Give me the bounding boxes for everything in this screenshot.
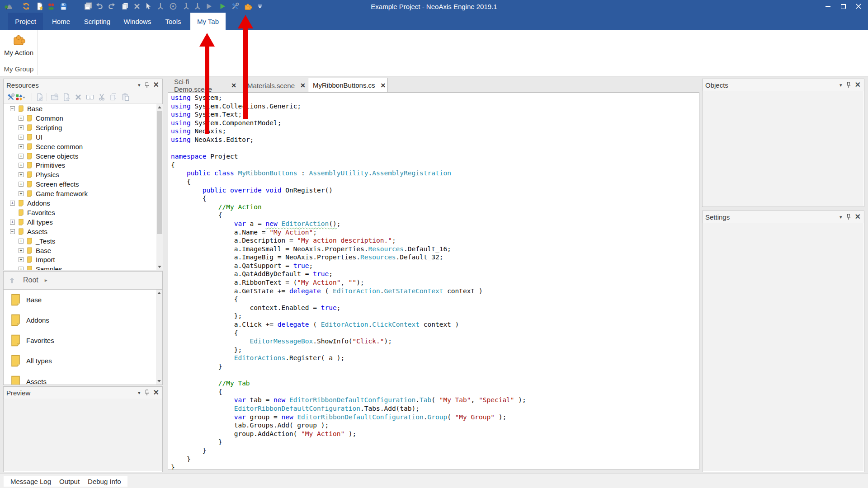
save-icon[interactable] (58, 1, 68, 11)
tree-item-screen-effects[interactable]: +Screen effects (4, 179, 156, 189)
packages-icon[interactable] (243, 1, 253, 11)
chevron-right-icon[interactable]: ▸ (45, 277, 47, 283)
tree-item-addons[interactable]: +Addons (4, 198, 156, 208)
res-delete-icon[interactable] (74, 93, 83, 102)
res-shapes-icon[interactable]: ▾ (16, 93, 25, 102)
sync-icon[interactable] (21, 1, 31, 11)
list-scrollbar[interactable] (156, 290, 162, 385)
res-edit-icon[interactable] (35, 93, 44, 102)
tree-item-all-types[interactable]: +All types (4, 217, 156, 227)
scroll-down-icon[interactable] (156, 263, 163, 270)
expander-plus-icon[interactable]: + (19, 182, 24, 187)
tree-item-assets[interactable]: −Assets (4, 227, 156, 236)
res-new-icon[interactable] (62, 93, 71, 102)
duplicate-icon[interactable] (120, 1, 130, 11)
list-item-all-types[interactable]: All types (4, 352, 162, 370)
breadcrumb-root[interactable]: Root (23, 276, 38, 284)
bottom-tab-output[interactable]: Output (55, 478, 84, 485)
pin-icon[interactable] (846, 82, 851, 88)
list-item-addons[interactable]: Addons (4, 311, 162, 329)
expander-minus-icon[interactable]: − (10, 106, 15, 111)
redo-icon[interactable] (107, 1, 117, 11)
bottom-tab-debug-info[interactable]: Debug Info (84, 478, 125, 485)
select-icon[interactable] (143, 1, 153, 11)
tree-item-primitives[interactable]: +Primitives (4, 160, 156, 170)
tools-icon[interactable] (230, 1, 240, 11)
tree-item-scene-objects[interactable]: +Scene objects (4, 151, 156, 161)
scroll-up-icon[interactable] (156, 104, 163, 111)
tree-item-ui[interactable]: +UI (4, 132, 156, 142)
tree-item-scripting[interactable]: +Scripting (4, 123, 156, 132)
res-cut-icon[interactable] (97, 93, 106, 102)
ribbon-tab-project[interactable]: Project (8, 13, 43, 30)
up-arrow-icon[interactable] (8, 277, 16, 284)
tree-item-game-framework[interactable]: +Game framework (4, 189, 156, 198)
play-icon[interactable] (217, 1, 227, 11)
expander-plus-icon[interactable]: + (19, 239, 24, 244)
expander-plus-icon[interactable]: + (19, 172, 24, 177)
flowers-icon[interactable] (46, 1, 56, 11)
code-editor[interactable]: using System;using System.Collections.Ge… (168, 92, 699, 470)
resources-folder-list[interactable]: BaseAddonsFavoritesAll typesAssets (3, 289, 163, 385)
chevron-down-icon[interactable]: ▾ (138, 390, 141, 395)
scroll-up-icon[interactable] (156, 290, 162, 296)
neoaxis-logo-icon[interactable] (3, 1, 13, 11)
rotate-tool-icon[interactable] (168, 1, 178, 11)
expander-plus-icon[interactable]: + (19, 144, 24, 149)
expander-plus-icon[interactable]: + (19, 257, 24, 262)
pin-icon[interactable] (145, 82, 149, 88)
scale-tool-icon[interactable] (181, 1, 191, 11)
chevron-down-icon[interactable]: ▾ (840, 215, 842, 220)
tree-item-base[interactable]: +Base (4, 246, 156, 255)
transform-tool-icon[interactable] (193, 1, 203, 11)
list-item-base[interactable]: Base (4, 291, 162, 309)
close-icon[interactable]: ✕ (153, 81, 159, 89)
close-icon[interactable]: ✕ (855, 81, 861, 89)
ribbon-tab-windows[interactable]: Windows (119, 13, 156, 30)
ribbon-tab-scripting[interactable]: Scripting (79, 13, 115, 30)
close-icon[interactable]: ✕ (153, 389, 159, 396)
close-icon[interactable]: ✕ (855, 213, 861, 221)
chevron-down-icon[interactable]: ▾ (138, 83, 141, 88)
res-open-icon[interactable] (50, 93, 59, 102)
tree-item-scene-common[interactable]: +Scene common (4, 142, 156, 151)
close-icon[interactable]: ✕ (381, 82, 386, 89)
expander-plus-icon[interactable]: + (19, 267, 24, 270)
res-copy-icon[interactable] (109, 93, 118, 102)
bottom-tab-message-log[interactable]: Message Log (6, 478, 55, 485)
expander-plus-icon[interactable]: + (19, 248, 24, 253)
save-all-icon[interactable] (83, 1, 93, 11)
tree-item--tests[interactable]: +_Tests (4, 236, 156, 246)
pin-icon[interactable] (145, 389, 149, 396)
tree-scrollbar[interactable] (156, 104, 163, 270)
doc-tab-materials-scene[interactable]: Materials.scene✕ (243, 79, 306, 92)
tree-item-common[interactable]: +Common (4, 113, 156, 123)
save-as-icon[interactable] (71, 1, 80, 11)
minimize-button[interactable] (820, 0, 835, 13)
pin-icon[interactable] (846, 214, 851, 220)
expander-plus-icon[interactable]: + (19, 191, 24, 196)
new-document-icon[interactable] (35, 1, 45, 11)
expander-minus-icon[interactable]: − (10, 229, 15, 234)
chevron-down-icon[interactable]: ▾ (840, 83, 842, 88)
list-item-assets[interactable]: Assets (4, 372, 162, 385)
close-icon[interactable]: ✕ (231, 82, 236, 89)
res-paste-icon[interactable] (121, 93, 130, 102)
expander-plus-icon[interactable]: + (19, 125, 24, 130)
res-rename-icon[interactable] (85, 93, 94, 102)
resources-tree[interactable]: −Base+Common+Scripting+UI+Scene common+S… (4, 104, 156, 270)
expander-plus-icon[interactable]: + (19, 116, 24, 121)
play-disabled-icon[interactable] (204, 1, 214, 11)
tree-item-physics[interactable]: +Physics (4, 170, 156, 179)
scroll-down-icon[interactable] (156, 378, 162, 385)
ribbon-tab-home[interactable]: Home (47, 13, 75, 30)
undo-icon[interactable] (94, 1, 104, 11)
scrollbar-thumb[interactable] (157, 111, 162, 234)
ribbon-tab-my-tab[interactable]: My Tab (190, 13, 226, 30)
list-item-favorites[interactable]: Favorites (4, 332, 162, 350)
expander-plus-icon[interactable]: + (10, 220, 15, 225)
tree-item-samples[interactable]: +Samples (4, 264, 156, 270)
move-tool-icon[interactable] (156, 1, 165, 11)
toolbar-options-icon[interactable] (255, 1, 265, 11)
expander-plus-icon[interactable]: + (19, 154, 24, 159)
